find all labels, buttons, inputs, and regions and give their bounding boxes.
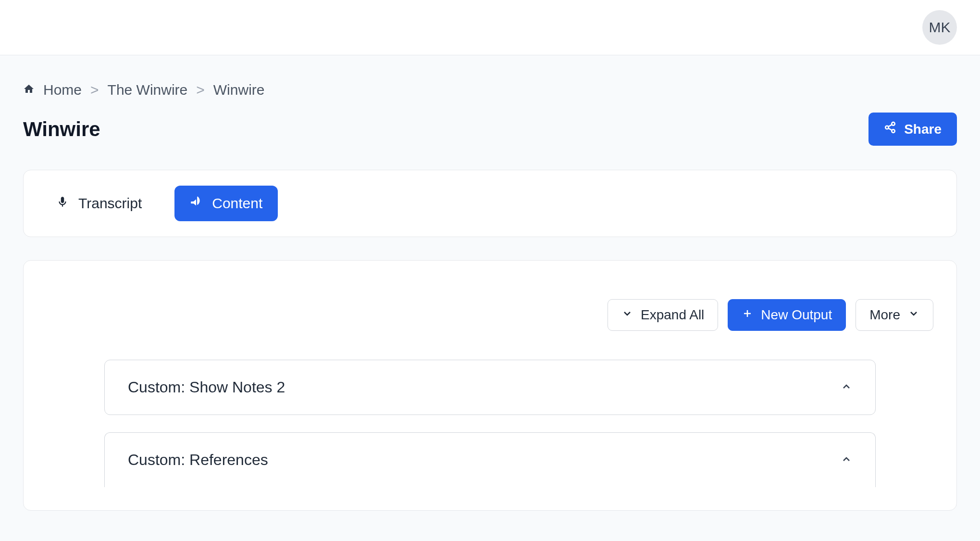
- main-content: Home > The Winwire > Winwire Winwire Sha…: [0, 55, 980, 541]
- chevron-up-icon: [841, 453, 852, 467]
- header: MK: [0, 0, 980, 55]
- content-card: Expand All New Output More Custom: Show …: [23, 260, 957, 511]
- chevron-right-icon: >: [90, 82, 99, 98]
- svg-line-3: [888, 128, 892, 130]
- tab-transcript[interactable]: Transcript: [41, 186, 157, 221]
- plus-icon: [742, 307, 753, 323]
- breadcrumb-winwire[interactable]: Winwire: [213, 82, 265, 98]
- svg-point-1: [885, 126, 889, 129]
- chevron-down-icon: [908, 307, 919, 323]
- tab-transcript-label: Transcript: [78, 195, 142, 212]
- page-title: Winwire: [23, 118, 100, 141]
- expand-all-button[interactable]: Expand All: [608, 299, 718, 331]
- breadcrumb-home[interactable]: Home: [43, 82, 82, 98]
- breadcrumb: Home > The Winwire > Winwire: [23, 55, 957, 113]
- svg-point-0: [892, 122, 895, 125]
- accordion-item-show-notes[interactable]: Custom: Show Notes 2: [104, 360, 876, 415]
- new-output-button[interactable]: New Output: [728, 299, 846, 331]
- toolbar-row: Expand All New Output More: [47, 299, 933, 331]
- tab-content-label: Content: [212, 195, 262, 212]
- tabs-card: Transcript Content: [23, 170, 957, 237]
- user-avatar[interactable]: MK: [922, 10, 957, 45]
- svg-point-2: [892, 129, 895, 133]
- svg-line-4: [888, 125, 892, 126]
- chevron-up-icon: [841, 381, 852, 394]
- chevron-down-icon: [621, 307, 633, 323]
- breadcrumb-the-winwire[interactable]: The Winwire: [108, 82, 188, 98]
- tab-content[interactable]: Content: [174, 186, 278, 221]
- expand-all-label: Expand All: [641, 307, 704, 323]
- home-icon[interactable]: [23, 82, 35, 98]
- accordion-title: Custom: Show Notes 2: [128, 378, 285, 396]
- more-label: More: [869, 307, 900, 323]
- accordion-item-references[interactable]: Custom: References: [104, 432, 876, 487]
- new-output-label: New Output: [761, 307, 832, 323]
- avatar-initials: MK: [929, 19, 951, 36]
- title-row: Winwire Share: [23, 113, 957, 170]
- share-button-label: Share: [904, 122, 942, 137]
- share-button[interactable]: Share: [868, 113, 957, 146]
- accordion-list: Custom: Show Notes 2 Custom: References: [47, 360, 933, 487]
- more-button[interactable]: More: [856, 299, 933, 331]
- chevron-right-icon: >: [196, 82, 205, 98]
- accordion-title: Custom: References: [128, 451, 268, 469]
- megaphone-icon: [190, 195, 202, 212]
- microphone-icon: [56, 195, 69, 212]
- share-icon: [884, 121, 896, 137]
